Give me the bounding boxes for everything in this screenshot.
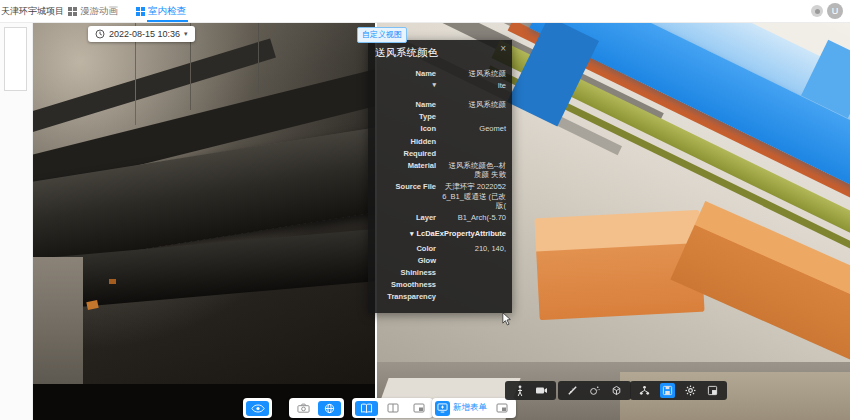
notification-icon[interactable] [811, 5, 823, 17]
property-value: 天津环宇 20220526_B1_暖通送 (已改版( [442, 182, 506, 210]
caret-down-icon: ▾ [410, 230, 414, 237]
property-value [442, 256, 506, 265]
property-value: Ite [442, 81, 506, 90]
property-label: Name [376, 69, 436, 78]
frame-icon[interactable] [407, 401, 430, 416]
property-row: Type [374, 112, 506, 121]
model-tree-icon[interactable] [638, 384, 651, 397]
property-label: Color [376, 244, 436, 253]
property-category-header[interactable]: ▾LcDaExPropertyAttribute [374, 229, 506, 239]
property-expander-row: ▾ Ite [374, 81, 506, 90]
close-icon[interactable]: × [500, 44, 506, 54]
category-label: LcDaExPropertyAttribute [416, 229, 506, 238]
property-row: Transparency [374, 292, 506, 301]
fullscreen-icon[interactable] [706, 384, 719, 397]
tab-label: 漫游动画 [80, 5, 118, 18]
tab-label: 室内检查 [148, 5, 186, 18]
property-value: 送风系统颜色--材质颜 失败 [442, 161, 506, 180]
layout-toolbar [352, 398, 433, 418]
property-label: Name [376, 100, 436, 109]
capture-timestamp: 2022-08-15 10:36 [109, 29, 180, 39]
property-label: Required [376, 149, 436, 158]
property-row: Color 210, 140, [374, 244, 506, 253]
property-value [442, 280, 506, 289]
paint-icon[interactable] [588, 384, 601, 397]
walk-icon[interactable] [513, 384, 526, 397]
split-view-icon[interactable] [355, 401, 378, 416]
measure-icon[interactable] [566, 384, 579, 397]
frame-icon[interactable] [490, 401, 513, 416]
left-scene-strip [0, 22, 33, 420]
bim-data-icon[interactable] [660, 383, 675, 398]
caret-down-icon[interactable]: ▾ [376, 81, 436, 90]
model-tool-group [630, 381, 727, 400]
photo-hanger-rod [258, 22, 259, 94]
edit-tool-group [558, 381, 631, 400]
photo-orange-marker [86, 300, 98, 310]
property-row: Name 送风系统颜 [374, 100, 506, 109]
panel-title: 送风系统颜色 [375, 46, 506, 60]
property-row: Glow [374, 256, 506, 265]
property-label: Hidden [376, 137, 436, 146]
property-label: Transparency [376, 292, 436, 301]
property-row: Layer B1_Arch(-5.70 [374, 213, 506, 222]
property-value [442, 112, 506, 121]
property-label: Material [376, 161, 436, 180]
columns-icon[interactable] [381, 401, 404, 416]
property-value: B1_Arch(-5.70 [442, 213, 506, 222]
property-label: Shininess [376, 268, 436, 277]
property-value: 送风系统颜 [442, 69, 506, 78]
property-label: Smoothness [376, 280, 436, 289]
property-row: Hidden [374, 137, 506, 146]
property-row: Required [374, 149, 506, 158]
scene-thumbnail-placeholder[interactable] [4, 27, 27, 91]
tab-indoor-inspection[interactable]: 室内检查 [136, 5, 186, 18]
property-label: Layer [376, 213, 436, 222]
property-value: 210, 140, [442, 244, 506, 253]
photo-orange-marker [109, 279, 116, 284]
user-avatar[interactable]: U [827, 3, 843, 19]
gyroscope-icon[interactable] [318, 401, 341, 416]
caret-down-icon: ▾ [184, 30, 188, 38]
project-name: 天津环宇城项目 [1, 5, 63, 18]
property-value [442, 292, 506, 301]
property-label: Source File [376, 182, 436, 210]
property-row: Icon Geomet [374, 124, 506, 133]
video-icon[interactable] [535, 384, 548, 397]
grid-icon [68, 7, 77, 16]
capture-date-selector[interactable]: 2022-08-15 10:36 ▾ [88, 26, 195, 42]
navigation-tool-group [505, 381, 556, 400]
camera-icon[interactable] [292, 401, 315, 416]
gear-icon[interactable] [684, 384, 697, 397]
visibility-toolbar [243, 398, 272, 418]
property-panel: × 送风系统颜色 Name 送风系统颜 ▾ Ite Name 送风系统颜 Typ… [368, 40, 512, 313]
project-selector[interactable]: 天津环宇城项目 ▾ [1, 5, 63, 18]
property-label: Icon [376, 124, 436, 133]
property-row: Shininess [374, 268, 506, 277]
property-value [442, 268, 506, 277]
new-form-button[interactable]: 新增表单 [435, 401, 487, 416]
new-form-label: 新增表单 [453, 402, 487, 414]
mouse-cursor-icon [502, 312, 512, 327]
property-row: Name 送风系统颜 [374, 69, 506, 78]
grid-icon [136, 7, 145, 16]
bim-inspection-app: 天津环宇城项目 ▾ 漫游动画 室内检查 U [0, 0, 850, 420]
property-value [442, 149, 506, 158]
panorama-viewport[interactable] [32, 22, 375, 420]
property-row: Smoothness [374, 280, 506, 289]
property-label: Glow [376, 256, 436, 265]
tab-roam-animation[interactable]: 漫游动画 [68, 5, 118, 18]
custom-view-button[interactable]: 自定义视图 [357, 27, 407, 43]
sync-toolbar [289, 398, 344, 418]
top-bar: 天津环宇城项目 ▾ 漫游动画 室内检查 U [0, 0, 850, 23]
property-row: Material 送风系统颜色--材质颜 失败 [374, 161, 506, 180]
orbit-cube-icon[interactable] [610, 384, 623, 397]
monitor-plus-icon [435, 401, 450, 416]
property-value: Geomet [442, 124, 506, 133]
eye-icon[interactable] [246, 401, 269, 416]
clock-icon [95, 29, 105, 39]
property-value: 送风系统颜 [442, 100, 506, 109]
property-row: Source File 天津环宇 20220526_B1_暖通送 (已改版( [374, 182, 506, 210]
form-toolbar: 新增表单 [432, 398, 516, 418]
property-value [442, 137, 506, 146]
